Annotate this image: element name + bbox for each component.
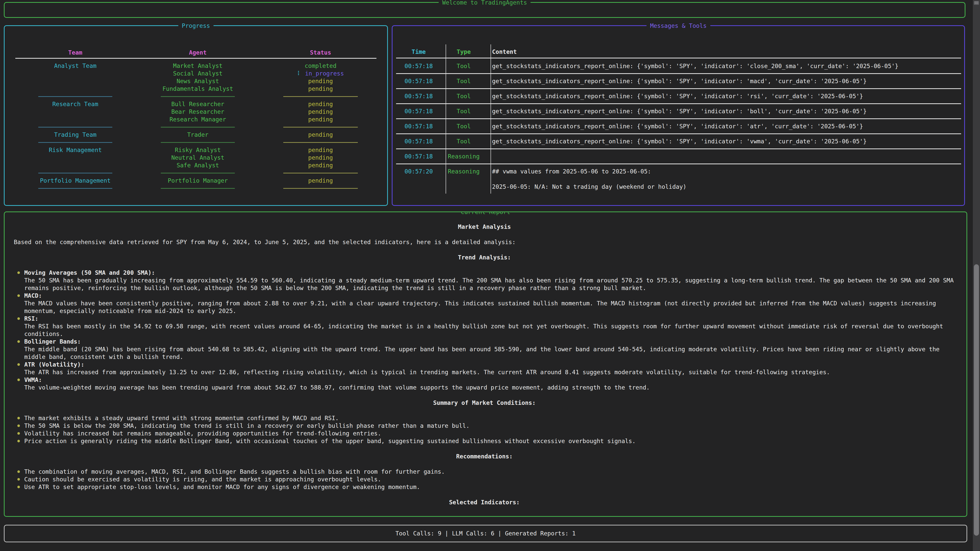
- message-row: 00:57:20Reasoning## vwma values from 202…: [396, 168, 961, 191]
- team-cell: [38, 108, 112, 116]
- bullet-body: The RSI has been mostly in the 54.92 to …: [24, 322, 955, 338]
- scrollbar-thumb[interactable]: [974, 264, 979, 536]
- bullet-icon: [18, 440, 20, 442]
- message-row: 00:57:18Toolget_stockstats_indicators_re…: [396, 62, 961, 70]
- status-bar-text: Tool Calls: 9 | LLM Calls: 6 | Generated…: [5, 526, 966, 541]
- bullet-title: Bollinger Bands:: [24, 338, 955, 345]
- group-separator: [5, 93, 387, 100]
- status-cell: pending: [283, 146, 358, 154]
- bullet-body: Use ATR to set appropriate stop-loss lev…: [24, 483, 955, 491]
- message-type: Reasoning: [441, 152, 486, 160]
- progress-row: Fundamentals Analystpending: [5, 85, 387, 93]
- message-time: 00:57:20: [396, 168, 441, 191]
- progress-row: Bear Researcherpending: [5, 108, 387, 116]
- progress-row: Research Managerpending: [5, 116, 387, 123]
- status-cell: completed: [283, 62, 358, 70]
- message-row: 00:57:18Reasoning: [396, 152, 961, 160]
- progress-row: Social Analyst⠇ in_progress: [5, 70, 387, 77]
- status-cell: pending: [283, 177, 358, 184]
- report-bullet-item: MACD:The MACD values have been consisten…: [14, 292, 955, 315]
- status-cell: pending: [283, 100, 358, 108]
- scrollbar[interactable]: [973, 0, 980, 551]
- bullet-icon: [18, 294, 20, 297]
- progress-row: Portfolio ManagementPortfolio Managerpen…: [5, 177, 387, 184]
- report-section-heading: Trend Analysis:: [14, 254, 955, 261]
- status-cell: ⠇ in_progress: [283, 70, 358, 77]
- bullet-body: Volatility has increased but remains man…: [24, 430, 955, 437]
- progress-row: Analyst TeamMarket Analystcompleted: [5, 62, 387, 70]
- status-cell: pending: [283, 85, 358, 93]
- message-type: Tool: [441, 138, 486, 145]
- row-separator: [396, 70, 961, 77]
- progress-col-status: Status: [283, 49, 358, 56]
- report-bullet-item: Caution should be exercised as volatilit…: [14, 475, 955, 483]
- current-report-panel: Current Report Market Analysis Based on …: [4, 211, 967, 517]
- bullet-title: RSI:: [24, 315, 955, 322]
- messages-col-content: Content: [486, 48, 961, 56]
- bullet-icon: [18, 363, 20, 366]
- bullet-icon: [18, 318, 20, 320]
- message-type: Reasoning: [441, 168, 486, 191]
- team-cell: [38, 162, 112, 169]
- messages-tools-panel: Messages & Tools Time Type Content 00:57…: [392, 25, 965, 206]
- messages-table-header: Time Type Content: [396, 48, 961, 56]
- agent-cell: Safe Analyst: [161, 162, 235, 169]
- welcome-panel: Welcome to TradingAgents: [4, 2, 966, 18]
- progress-col-team: Team: [38, 49, 112, 56]
- message-time: 00:57:18: [396, 152, 441, 160]
- message-time: 00:57:18: [396, 77, 441, 85]
- bullet-title: Moving Averages (50 SMA and 200 SMA):: [24, 269, 955, 276]
- message-row: 00:57:18Toolget_stockstats_indicators_re…: [396, 92, 961, 100]
- message-row: 00:57:18Toolget_stockstats_indicators_re…: [396, 122, 961, 130]
- bullet-icon: [18, 272, 20, 274]
- bullet-body: The 50 SMA has been gradually increasing…: [24, 276, 955, 292]
- report-bullet-item: Price action is generally riding the mid…: [14, 437, 955, 445]
- message-type: Tool: [441, 62, 486, 70]
- message-type: Tool: [441, 122, 486, 130]
- bullet-body: The 50 SMA is below the 200 SMA, indicat…: [24, 422, 955, 430]
- message-content: get_stockstats_indicators_report_online:…: [486, 77, 961, 85]
- bullet-body: The combination of moving averages, MACD…: [24, 468, 955, 475]
- progress-header-separator: [5, 56, 387, 62]
- bullet-title: VWMA:: [24, 376, 955, 384]
- scrollbar-button-icon[interactable]: [974, 1, 979, 5]
- group-separator: [5, 138, 387, 146]
- bullet-body: The middle band (20 SMA) has been rising…: [24, 345, 955, 361]
- message-type: Tool: [441, 107, 486, 115]
- agent-cell: Social Analyst: [161, 70, 235, 77]
- status-cell: pending: [283, 162, 358, 169]
- status-cell: pending: [283, 77, 358, 85]
- bullet-body: Caution should be exercised as volatilit…: [24, 475, 955, 483]
- group-separator: [5, 169, 387, 177]
- message-content: get_stockstats_indicators_report_online:…: [486, 138, 961, 145]
- messages-col-type: Type: [441, 48, 486, 56]
- team-cell: Risk Management: [38, 146, 112, 154]
- report-bullet-item: The combination of moving averages, MACD…: [14, 468, 955, 475]
- group-separator: [5, 123, 387, 131]
- message-time: 00:57:18: [396, 107, 441, 115]
- progress-table: Team Agent Status Analyst TeamMarket Ana…: [5, 49, 387, 192]
- bullet-icon: [18, 340, 20, 343]
- report-bullet-item: The 50 SMA is below the 200 SMA, indicat…: [14, 422, 955, 430]
- status-cell: pending: [283, 116, 358, 123]
- report-bullet-item: The market exhibits a steady upward tren…: [14, 414, 955, 422]
- agent-cell: News Analyst: [161, 77, 235, 85]
- agent-cell: Bear Researcher: [161, 108, 235, 116]
- bullet-body: Price action is generally riding the mid…: [24, 437, 955, 445]
- bullet-icon: [18, 470, 20, 473]
- report-section-heading: Summary of Market Conditions:: [14, 399, 955, 407]
- bullet-icon: [18, 417, 20, 419]
- progress-panel-title: Progress: [178, 22, 213, 30]
- team-cell: Analyst Team: [38, 62, 112, 70]
- report-section-heading: Selected Indicators:: [14, 499, 955, 506]
- message-content: get_stockstats_indicators_report_online:…: [486, 62, 961, 70]
- row-separator: [396, 160, 961, 168]
- report-bullet-item: Moving Averages (50 SMA and 200 SMA):The…: [14, 269, 955, 292]
- bullet-body: The volume-weighted moving average has b…: [24, 384, 955, 391]
- status-bar: Tool Calls: 9 | LLM Calls: 6 | Generated…: [4, 525, 967, 542]
- team-cell: Portfolio Management: [38, 177, 112, 184]
- progress-row: Neutral Analystpending: [5, 154, 387, 162]
- bullet-icon: [18, 379, 20, 381]
- team-cell: [38, 116, 112, 123]
- progress-row: Research TeamBull Researcherpending: [5, 100, 387, 108]
